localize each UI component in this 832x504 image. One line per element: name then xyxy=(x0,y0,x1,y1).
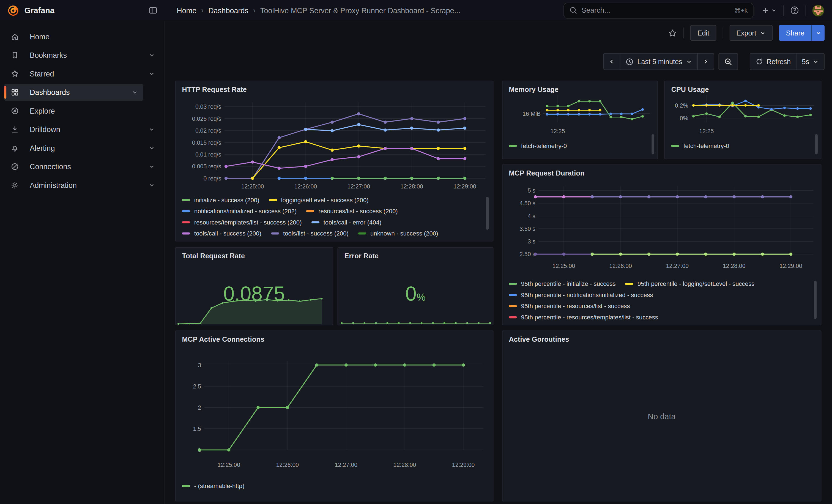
http-request-rate-chart[interactable]: 12:25:0012:26:0012:27:0012:28:0012:29:00… xyxy=(180,97,490,196)
panel-title[interactable]: MCP Request Duration xyxy=(509,169,584,177)
home-icon xyxy=(11,32,19,41)
chevron-down-icon xyxy=(815,30,821,36)
legend-scrollbar[interactable] xyxy=(815,134,818,154)
avatar[interactable] xyxy=(812,4,824,16)
sidebar-item-home[interactable]: Home xyxy=(4,28,160,45)
sidebar-item-administration[interactable]: Administration xyxy=(4,177,160,194)
memory-usage-chart[interactable]: 12:2516 MiB xyxy=(506,95,655,139)
legend-chip xyxy=(182,485,190,487)
chevron-down-icon[interactable] xyxy=(149,71,155,77)
mcp-request-duration-chart[interactable]: 12:25:0012:26:0012:27:0012:28:0012:29:00… xyxy=(507,181,818,280)
legend-item[interactable]: 95th percentile - resources/templates/li… xyxy=(509,314,658,320)
legend-item[interactable]: resources/templates/list - success (200) xyxy=(182,219,302,225)
legend-item[interactable]: 95th percentile - initialize - success xyxy=(509,281,616,287)
plug-icon xyxy=(11,162,19,171)
svg-text:3 s: 3 s xyxy=(528,238,536,244)
breadcrumb-home[interactable]: Home xyxy=(177,6,197,15)
breadcrumb-dashboards[interactable]: Dashboards xyxy=(208,6,249,15)
svg-text:12:27:00: 12:27:00 xyxy=(666,263,689,269)
chevron-down-icon[interactable] xyxy=(149,145,155,151)
time-range-label: Last 5 minutes xyxy=(638,57,682,65)
add-new-button[interactable] xyxy=(761,6,777,14)
svg-text:12:26:00: 12:26:00 xyxy=(276,461,299,468)
brand-name: Grafana xyxy=(25,6,54,15)
legend-scrollbar[interactable] xyxy=(814,281,816,319)
time-controls: Last 5 minutes Refresh xyxy=(603,53,825,70)
sidebar-item-label: Home xyxy=(30,32,50,41)
legend-chip xyxy=(182,210,190,212)
time-back-button[interactable] xyxy=(603,53,620,70)
time-forward-button[interactable] xyxy=(697,53,714,70)
help-icon[interactable] xyxy=(790,6,799,15)
refresh-icon xyxy=(755,58,763,65)
dock-menu-icon[interactable] xyxy=(149,6,158,15)
legend-item[interactable]: 95th percentile - resources/list - succe… xyxy=(509,303,630,309)
legend-item[interactable]: unknown - success (200) xyxy=(358,230,438,237)
panel-title[interactable]: CPU Usage xyxy=(671,85,709,93)
panel-cpu-usage: CPU Usage 12:250.2%0% fetch-telemetry-0 xyxy=(665,81,822,159)
chevron-down-icon[interactable] xyxy=(149,163,155,170)
legend-item[interactable]: tools/list - success (200) xyxy=(271,230,348,237)
legend-label: notifications/initialized - success (202… xyxy=(194,208,296,214)
panel-title[interactable]: HTTP Request Rate xyxy=(182,85,246,93)
breadcrumb-separator: › xyxy=(201,6,204,14)
chevron-down-icon[interactable] xyxy=(149,182,155,188)
legend-chip xyxy=(182,232,190,235)
cpu-usage-chart[interactable]: 12:250.2%0% xyxy=(667,95,819,139)
legend-scrollbar[interactable] xyxy=(486,197,489,230)
svg-text:4 s: 4 s xyxy=(528,213,536,219)
header-actions xyxy=(754,4,832,16)
zoom-out-button[interactable] xyxy=(718,53,738,70)
sidebar-item-drilldown[interactable]: Drilldown xyxy=(4,121,160,138)
svg-text:12:26:00: 12:26:00 xyxy=(609,263,632,269)
compass-icon xyxy=(11,107,19,115)
edit-button[interactable]: Edit xyxy=(691,25,716,41)
mcp-active-connections-chart[interactable]: 12:25:0012:26:0012:27:0012:28:0012:29:00… xyxy=(180,346,490,473)
svg-text:0.03 req/s: 0.03 req/s xyxy=(196,103,221,110)
sidebar-item-bookmarks[interactable]: Bookmarks xyxy=(4,47,160,64)
favorite-star-button[interactable] xyxy=(668,28,677,37)
sidebar-item-starred[interactable]: Starred xyxy=(4,65,160,82)
svg-text:12:26:00: 12:26:00 xyxy=(294,183,317,190)
svg-text:4.50 s: 4.50 s xyxy=(519,200,536,206)
share-button[interactable]: Share xyxy=(779,25,811,41)
legend-item[interactable]: 95th percentile - logging/setLevel - suc… xyxy=(625,281,755,287)
legend-item[interactable]: tools/call - success (200) xyxy=(182,230,261,237)
grafana-logo[interactable] xyxy=(7,4,19,16)
legend-item[interactable]: tools/call - error (404) xyxy=(311,219,381,225)
panel-title[interactable]: MCP Active Connections xyxy=(182,335,264,343)
panel-title[interactable]: Memory Usage xyxy=(509,85,558,93)
share-split-button: Share xyxy=(779,25,825,41)
share-dropdown-button[interactable] xyxy=(811,25,825,41)
svg-text:12:25: 12:25 xyxy=(550,128,565,134)
legend-chip xyxy=(182,221,190,224)
svg-text:12:28:00: 12:28:00 xyxy=(393,461,416,468)
legend-item[interactable]: 95th percentile - notifications/initiali… xyxy=(509,292,653,298)
legend-chip xyxy=(182,199,190,202)
legend-item[interactable]: resources/list - success (200) xyxy=(306,208,398,214)
error-rate-value: 0% xyxy=(338,283,493,306)
search-input[interactable]: Search... ⌘+k xyxy=(564,2,753,19)
refresh-button[interactable]: Refresh xyxy=(750,53,797,70)
sidebar-item-explore[interactable]: Explore xyxy=(4,102,160,120)
chevron-down-icon[interactable] xyxy=(131,89,138,96)
export-button[interactable]: Export xyxy=(729,25,773,41)
legend-item[interactable]: logging/setLevel - success (200) xyxy=(269,197,368,203)
legend-scrollbar[interactable] xyxy=(651,134,654,154)
sidebar-item-dashboards[interactable]: Dashboards xyxy=(4,84,143,101)
zoom-out-icon xyxy=(724,57,732,65)
chevron-down-icon[interactable] xyxy=(149,126,155,133)
sidebar-item-connections[interactable]: Connections xyxy=(4,158,160,175)
legend-item[interactable]: initialize - success (200) xyxy=(182,197,259,203)
legend-item[interactable]: fetch-telemetry-0 xyxy=(671,143,729,149)
chevron-down-icon[interactable] xyxy=(149,52,155,58)
sidebar-item-alerting[interactable]: Alerting xyxy=(4,139,160,157)
time-range-picker[interactable]: Last 5 minutes xyxy=(620,53,698,70)
refresh-interval-picker[interactable]: 5s xyxy=(796,53,825,70)
drilldown-icon xyxy=(11,125,19,134)
legend-item[interactable]: fetch-telemetry-0 xyxy=(509,143,567,149)
legend-label: 95th percentile - resources/templates/li… xyxy=(521,314,658,320)
legend-item[interactable]: - (streamable-http) xyxy=(182,483,244,489)
legend-label: logging/setLevel - success (200) xyxy=(281,197,369,203)
legend-item[interactable]: notifications/initialized - success (202… xyxy=(182,208,296,214)
